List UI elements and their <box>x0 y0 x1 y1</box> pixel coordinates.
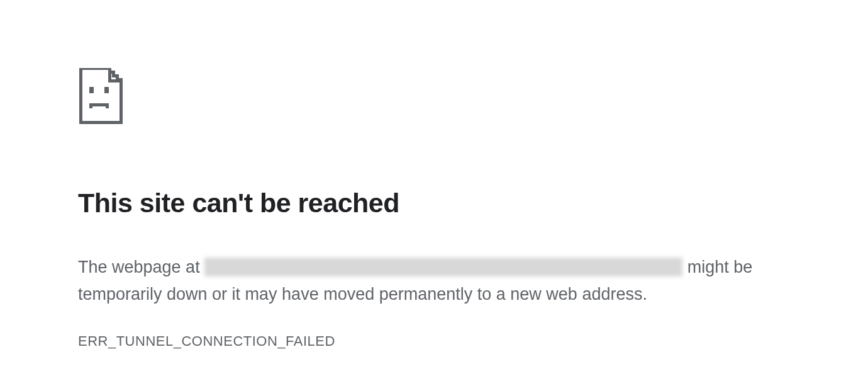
svg-rect-1 <box>104 87 109 93</box>
description-prefix: The webpage at <box>78 258 204 276</box>
svg-rect-0 <box>89 87 94 93</box>
error-code: ERR_TUNNEL_CONNECTION_FAILED <box>78 333 770 350</box>
redacted-url <box>204 258 682 276</box>
error-description: The webpage at might be temporarily down… <box>78 254 770 308</box>
sad-page-icon <box>78 68 123 125</box>
error-page: This site can't be reached The webpage a… <box>78 68 770 350</box>
error-heading: This site can't be reached <box>78 188 770 219</box>
